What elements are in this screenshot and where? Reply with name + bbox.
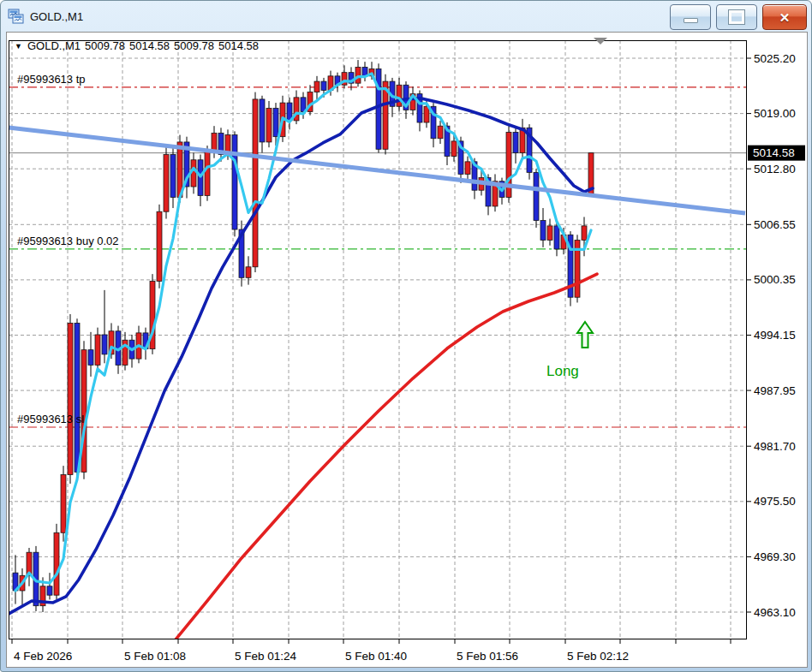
svg-text:5014.58: 5014.58 xyxy=(753,146,795,159)
open-value: 5009.78 xyxy=(85,39,125,52)
candle-body xyxy=(88,350,93,366)
svg-text:5 Feb 01:08: 5 Feb 01:08 xyxy=(124,650,186,663)
svg-text:5 Feb 01:40: 5 Feb 01:40 xyxy=(345,650,407,663)
price-axis[interactable]: 5025.205019.005012.805006.555000.354994.… xyxy=(746,52,805,619)
candle-body xyxy=(376,69,381,150)
candle-body xyxy=(81,350,87,473)
candle-body xyxy=(205,151,210,195)
chart-client-area[interactable]: ▼GOLD.,M15009.785014.585009.785014.58 #9… xyxy=(6,32,808,668)
high-value: 5014.58 xyxy=(129,39,170,52)
candle-body xyxy=(321,81,326,90)
candle-body xyxy=(273,108,278,136)
window-title: GOLD.,M1 xyxy=(30,10,83,23)
svg-text:5019.00: 5019.00 xyxy=(754,107,796,120)
svg-text:5 Feb 01:24: 5 Feb 01:24 xyxy=(235,650,297,663)
candle-body xyxy=(95,335,100,365)
svg-text:5 Feb 01:56: 5 Feb 01:56 xyxy=(457,650,518,663)
long-label: Long xyxy=(546,363,579,379)
candle-body xyxy=(170,155,176,198)
svg-text:4 Feb 2026: 4 Feb 2026 xyxy=(14,650,72,663)
svg-text:5000.35: 5000.35 xyxy=(754,273,796,286)
chart-canvas[interactable]: #95993613 tp#95993613 buy 0.02#95993613 … xyxy=(7,33,807,667)
window-controls: ✕ xyxy=(670,4,807,30)
candle-body xyxy=(232,135,237,229)
svg-text:4981.70: 4981.70 xyxy=(754,440,796,453)
candle-body xyxy=(465,162,470,175)
symbol-label: GOLD.,M1 xyxy=(27,39,81,52)
candle-body xyxy=(246,267,251,278)
svg-text:4963.10: 4963.10 xyxy=(754,606,796,619)
candle-body xyxy=(164,155,169,212)
minimize-icon xyxy=(684,18,698,23)
candle-body xyxy=(397,85,402,106)
chart-app-icon xyxy=(8,9,25,24)
svg-text:4969.30: 4969.30 xyxy=(754,550,796,563)
close-value: 5014.58 xyxy=(218,39,259,52)
minimize-button[interactable] xyxy=(670,4,711,30)
candle-body xyxy=(253,99,258,267)
candle-body xyxy=(554,226,559,249)
candle-body xyxy=(451,141,457,157)
scroll-to-end-icon[interactable] xyxy=(594,38,607,45)
candle-body xyxy=(212,134,217,152)
candle-body xyxy=(547,226,552,241)
svg-text:5025.20: 5025.20 xyxy=(754,52,796,65)
candle-body xyxy=(438,126,443,139)
svg-text:4994.15: 4994.15 xyxy=(754,329,796,342)
svg-text:#95993613 sl: #95993613 sl xyxy=(17,413,84,425)
candle-body xyxy=(61,475,66,533)
candle-body xyxy=(534,172,539,220)
window-titlebar[interactable]: GOLD.,M1 ✕ xyxy=(1,1,811,32)
candle-body xyxy=(582,226,587,241)
maximize-icon xyxy=(729,10,744,24)
low-value: 5009.78 xyxy=(174,39,214,52)
chart-window: GOLD.,M1 ✕ ▼GOLD.,M15009.785014.585009.7… xyxy=(0,0,812,672)
svg-text:5006.55: 5006.55 xyxy=(754,218,796,231)
candle-body xyxy=(68,323,73,474)
candle-body xyxy=(314,81,319,92)
candle-body xyxy=(355,67,361,83)
close-icon: ✕ xyxy=(779,11,791,24)
candle-body xyxy=(260,99,265,142)
candle-body xyxy=(157,211,162,281)
candle-body xyxy=(540,221,546,241)
expand-triangle-icon: ▼ xyxy=(15,42,22,51)
candle-body xyxy=(266,108,272,142)
time-axis[interactable]: 4 Feb 20265 Feb 01:085 Feb 01:245 Feb 01… xyxy=(12,639,731,663)
svg-text:5 Feb 02:12: 5 Feb 02:12 xyxy=(567,650,629,663)
candle-body xyxy=(102,335,107,354)
candle-body xyxy=(198,160,203,196)
candle-body xyxy=(513,132,518,152)
svg-text:4987.95: 4987.95 xyxy=(754,384,796,397)
candle-body xyxy=(54,532,59,595)
svg-text:5012.80: 5012.80 xyxy=(754,163,796,175)
svg-text:4975.50: 4975.50 xyxy=(754,495,796,508)
close-button[interactable]: ✕ xyxy=(762,4,807,30)
ohlc-header: ▼GOLD.,M15009.785014.585009.785014.58 xyxy=(15,39,263,52)
maximize-button[interactable] xyxy=(716,4,757,30)
candle-body xyxy=(47,586,52,595)
svg-text:#95993613 tp: #95993613 tp xyxy=(17,73,86,86)
candle-body xyxy=(75,323,80,472)
svg-text:#95993613 buy 0.02: #95993613 buy 0.02 xyxy=(17,235,119,247)
